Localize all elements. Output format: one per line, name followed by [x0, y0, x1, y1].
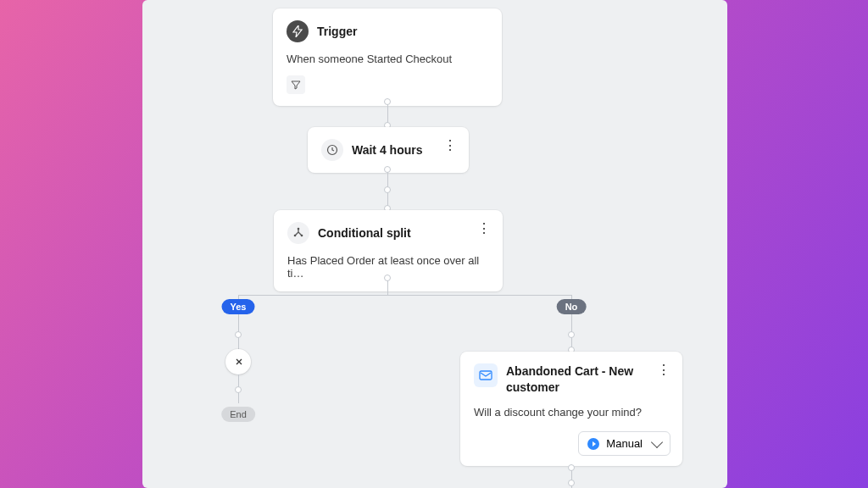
wait-more-button[interactable] — [442, 137, 459, 154]
trigger-card[interactable]: Trigger When someone Started Checkout — [273, 8, 502, 106]
clock-icon — [321, 139, 343, 161]
email-status-select[interactable]: Manual — [578, 431, 670, 456]
trigger-description: When someone Started Checkout — [287, 53, 488, 65]
end-label: End — [221, 407, 255, 422]
split-more-button[interactable] — [476, 220, 492, 237]
email-description: Will a discount change your mind? — [474, 406, 669, 419]
email-title: Abandoned Cart - New customer — [506, 363, 669, 396]
email-more-button[interactable] — [655, 362, 672, 379]
wait-title: Wait 4 hours — [352, 143, 423, 157]
branch-yes-label: Yes — [222, 299, 255, 314]
email-status-label: Manual — [606, 437, 643, 450]
split-icon — [287, 222, 309, 244]
svg-point-3 — [301, 235, 303, 237]
lightning-icon — [287, 20, 309, 42]
chevron-down-icon — [651, 436, 663, 448]
svg-point-1 — [298, 228, 300, 230]
add-step-button[interactable] — [225, 349, 251, 374]
trigger-title: Trigger — [317, 25, 357, 38]
email-icon — [474, 363, 498, 387]
play-icon — [587, 438, 599, 450]
split-title: Conditional split — [318, 226, 411, 240]
svg-point-2 — [294, 235, 297, 237]
svg-rect-4 — [480, 371, 492, 380]
filter-icon[interactable] — [287, 75, 305, 94]
workflow-canvas[interactable]: Trigger When someone Started Checkout Wa… — [142, 0, 727, 488]
branch-no-label: No — [557, 299, 587, 314]
email-card[interactable]: Abandoned Cart - New customer Will a dis… — [460, 352, 682, 466]
